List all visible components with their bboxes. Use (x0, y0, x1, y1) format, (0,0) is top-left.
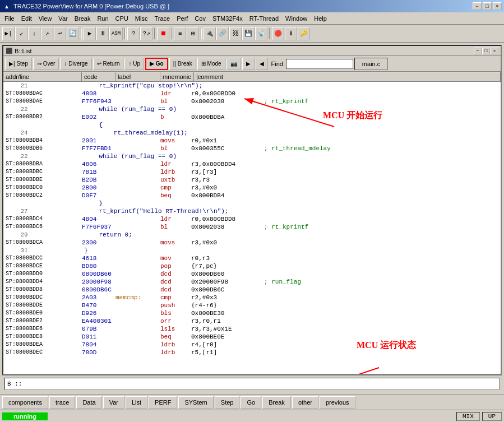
table-row[interactable]: ST:0800BDE2EA400301orrr3,r0,r1 (3, 317, 501, 325)
menu-run[interactable]: Run (94, 14, 112, 23)
table-row[interactable]: ST:0800BDC6F7F6F937bl0x8002038; rt_kprin… (3, 223, 501, 231)
menu-cov[interactable]: Cov (191, 14, 209, 23)
table-row[interactable]: ST:0800BDBEB2DBuxtbr3,r3 (3, 176, 501, 184)
menu-perf[interactable]: Perf (173, 14, 191, 23)
maximize-button[interactable]: □ (483, 2, 492, 10)
table-row[interactable]: ST:0800BDBC781Bldrbr3,[r3] (3, 168, 501, 176)
table-row[interactable]: ST:0800BDD80800DB6Cdcd0x800DB6C (3, 286, 501, 294)
table-row[interactable]: 21 rt_kprintf("cpu stop!\r\n"); (3, 82, 501, 90)
table-row[interactable]: 22 while (run_flag == 0) (3, 105, 501, 113)
tab-system[interactable]: SYStem (178, 396, 213, 409)
table-row[interactable]: ST:0800BDEC780Dldrbr5,[r1] (3, 349, 501, 356)
close-button[interactable]: × (493, 2, 502, 10)
table-row[interactable]: 24 rt_thread_mdelay(1); (3, 129, 501, 137)
table-row[interactable]: ST:0800BDC2D0F7beq0x800BDB4 (3, 192, 501, 200)
toolbar-run-btn[interactable]: ▶ (84, 27, 96, 40)
menu-var[interactable]: Var (55, 14, 71, 23)
table-row[interactable]: ST:0800BDC02B00cmpr3,#0x0 (3, 184, 501, 192)
table-row[interactable]: ST:0800BDCC4618movr0,r3 (3, 254, 501, 262)
minimize-button[interactable]: − (473, 2, 482, 10)
tab-go[interactable]: Go (241, 396, 261, 409)
tab-var[interactable]: Var (103, 396, 124, 409)
table-row[interactable]: SP:0800BDD420000F98dcd0x20000F98; run_fl… (3, 278, 501, 286)
toolbar-help2-btn[interactable]: ?↗ (140, 27, 152, 40)
toolbar-connect2-btn[interactable]: 🔗 (216, 27, 229, 40)
toolbar-connect-btn[interactable]: 🔌 (204, 27, 216, 40)
cmd-input[interactable] (24, 381, 497, 387)
menu-stm32f4x[interactable]: STM32F4x (209, 14, 246, 23)
table-row[interactable]: ST:0800BDC44804ldrr0,0x800BDD8 (3, 215, 501, 223)
table-row[interactable]: ST:0800BDAC4808ldrr0,0x800BDD0 (3, 90, 501, 98)
menu-cpu[interactable]: CPU (112, 14, 132, 23)
toolbar-stop-btn[interactable]: ⏹ (157, 27, 169, 40)
blist-maximize-btn[interactable]: □ (482, 48, 490, 54)
tab-other[interactable]: other (292, 396, 318, 409)
break-button[interactable]: || Break (169, 58, 196, 70)
table-row[interactable]: 22 while (run_flag == 0) (3, 152, 501, 160)
toolbar-btn-4[interactable]: ↗ (41, 27, 53, 40)
tab-list[interactable]: List (126, 396, 147, 409)
table-row[interactable]: ST:0800BDD00800DB60dcd0x800DB60 (3, 270, 501, 278)
menu-help[interactable]: Help (311, 14, 330, 23)
toolbar-info-btn[interactable]: ℹ (285, 27, 297, 40)
table-row[interactable]: ST:0800BDB42001movsr0,#0x1 (3, 137, 501, 145)
table-row[interactable]: ST:0800BDB6F7F7FBD1bl0x800355C; rt_threa… (3, 145, 501, 152)
table-row[interactable]: 27 rt_kprintf("Hello RT-Thread!\r\n"); (3, 207, 501, 215)
menu-view[interactable]: View (35, 14, 56, 23)
table-row[interactable]: ST:0800BDE0D926bls0x800BE30 (3, 309, 501, 317)
search-prev-btn[interactable]: ◀ (256, 58, 268, 70)
table-row[interactable]: ST:0800BDE8D011beq0x800BE0E (3, 333, 501, 341)
menu-edit[interactable]: Edit (18, 14, 35, 23)
toolbar-btn-3[interactable]: ↓ (28, 27, 40, 40)
toolbar-btn-1[interactable]: ▶| (2, 27, 15, 40)
menu-break[interactable]: Break (71, 14, 94, 23)
search-next-btn[interactable]: ▶ (242, 58, 255, 70)
tab-previous[interactable]: previous (320, 396, 355, 409)
toolbar-btn-6[interactable]: 🔄 (67, 27, 79, 40)
table-row[interactable]: ST:0800BDB2E002b0x800BDBA (3, 113, 501, 121)
toolbar-asm-btn[interactable]: ASM (109, 27, 123, 40)
table-row[interactable]: ST:0800BDEA7804ldrbr4,[r0] (3, 341, 501, 349)
table-row[interactable]: ST:0800BDDC2A03memcmp:cmpr2,#0x3 (3, 294, 501, 302)
table-row[interactable]: ST:0800BDDEB470push{r4-r6} (3, 302, 501, 309)
camera-btn[interactable]: 📷 (226, 58, 241, 70)
blist-close-btn[interactable]: × (491, 48, 498, 54)
up-button[interactable]: ↑ Up (124, 58, 144, 70)
toolbar-red-btn[interactable]: 🔴 (272, 27, 284, 40)
table-row[interactable]: ST:0800BDCA2300movsr3,#0x0 (3, 239, 501, 247)
menu-trace[interactable]: Trace (151, 14, 173, 23)
table-row[interactable]: { (3, 121, 501, 129)
menu-misc[interactable]: Misc (132, 14, 151, 23)
toolbar-pause-btn[interactable]: ⏸ (96, 27, 109, 40)
toolbar-key-btn[interactable]: 🔑 (298, 27, 310, 40)
return-button[interactable]: ↩ Return (93, 58, 124, 70)
over-button[interactable]: ⇒ Over (33, 58, 59, 70)
tab-components[interactable]: components (2, 396, 48, 409)
toolbar-chip-btn[interactable]: 💾 (242, 27, 255, 40)
toolbar-bp2-btn[interactable]: ⊞ (187, 27, 199, 40)
toolbar-help-btn[interactable]: ? (127, 27, 140, 40)
find-input[interactable] (286, 59, 353, 69)
toolbar-chip2-btn[interactable]: 📡 (255, 27, 267, 40)
table-row[interactable]: ST:0800BDAEF7F6F943bl0x8002038; rt_kprin… (3, 98, 501, 105)
toolbar-btn-2[interactable]: ↙ (15, 27, 27, 40)
toolbar-btn-5[interactable]: ↩ (54, 27, 66, 40)
tab-step[interactable]: Step (215, 396, 240, 409)
menu-rtthread[interactable]: RT-Thread (246, 14, 282, 23)
table-row[interactable]: ST:0800BDCEBD80pop{r7,pc} (3, 262, 501, 270)
go-button[interactable]: ▶ Go (145, 58, 168, 70)
table-row[interactable]: 29 return 0; (3, 231, 501, 239)
tab-perf[interactable]: PERF (149, 396, 177, 409)
toolbar-bp-btn[interactable]: ≡ (174, 27, 186, 40)
diverge-button[interactable]: ↕ Diverge (60, 58, 91, 70)
table-row[interactable]: } (3, 200, 501, 207)
table-row[interactable]: ST:0800BDE6079Blslsr3,r3,#0x1E (3, 325, 501, 333)
tab-trace[interactable]: trace (49, 396, 75, 409)
table-row[interactable]: 31} (3, 247, 501, 254)
mode-button[interactable]: ⊞ Mode (197, 58, 225, 70)
blist-minimize-btn[interactable]: − (474, 48, 482, 54)
menu-file[interactable]: File (1, 14, 18, 23)
cmd-input-area[interactable]: B :: (4, 378, 500, 390)
step-button[interactable]: ▶| Step (5, 58, 32, 70)
tab-break[interactable]: Break (262, 396, 291, 409)
